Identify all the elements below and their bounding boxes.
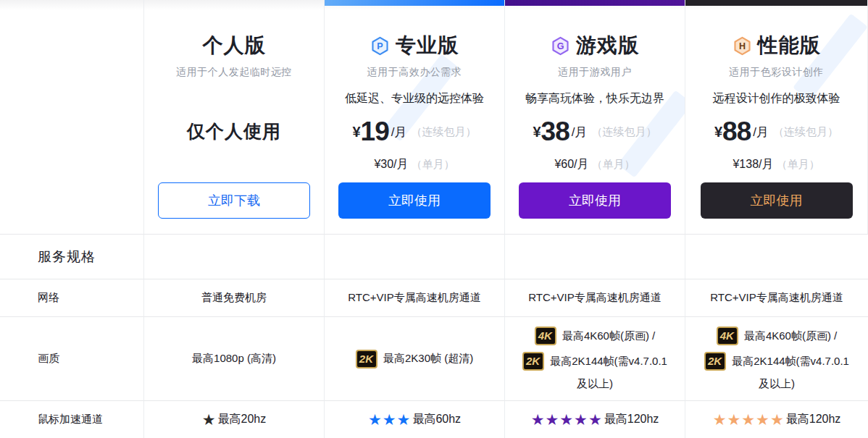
quality-cell-performance: 4K 最高4K60帧(原画) / 2K 最高2K144帧(需v4.7.0.1 及… bbox=[685, 316, 868, 400]
mouse-cell-game: ★★★★★ 最高120hz bbox=[505, 400, 685, 438]
star-rating-icon: ★★★★★ bbox=[713, 412, 785, 427]
price-note: （连续包月） bbox=[412, 125, 477, 139]
plan-alt-price: ¥60/月（单月） bbox=[554, 157, 635, 172]
network-cell-performance: RTC+VIP专属高速机房通道 bbox=[685, 279, 868, 316]
section-title-cell: 服务规格 bbox=[0, 234, 144, 279]
plan-tagline: 远程设计创作的极致体验 bbox=[713, 91, 840, 106]
star-rating-icon: ★ bbox=[202, 412, 217, 427]
pricing-table: 个人版 适用于个人发起临时远控 仅个人使用 立即下载 P 专业版 bbox=[0, 0, 868, 438]
plan-title: 个人版 bbox=[203, 32, 266, 59]
svg-text:P: P bbox=[377, 41, 383, 51]
plan-card-performance: H 性能版 适用于色彩设计创作 远程设计创作的极致体验 ¥88/月（连续包月） … bbox=[685, 0, 868, 234]
plan-price: ¥38/月（连续包月） bbox=[533, 116, 656, 148]
quality-cell-game: 4K 最高4K60帧(原画) / 2K 最高2K144帧(需v4.7.0.1 及… bbox=[505, 316, 685, 400]
price-currency: ¥ bbox=[352, 124, 360, 140]
plan-title: 游戏版 bbox=[576, 32, 639, 59]
section-title: 服务规格 bbox=[38, 248, 96, 266]
plan-price: ¥88/月（连续包月） bbox=[714, 116, 838, 148]
alt-price-note: （单月） bbox=[412, 158, 455, 170]
resolution-badge-2k: 2K bbox=[704, 352, 726, 371]
plan-card-performance-content: H 性能版 适用于色彩设计创作 远程设计创作的极致体验 ¥88/月（连续包月） … bbox=[685, 6, 867, 234]
section-empty-cell bbox=[325, 234, 505, 279]
plan-highlight: 仅个人使用 bbox=[187, 119, 281, 143]
plan-card-personal: 个人版 适用于个人发起临时远控 仅个人使用 立即下载 bbox=[144, 0, 325, 234]
plan-subtitle: 适用于游戏用户 bbox=[558, 66, 632, 79]
quality-cell-personal: 最高1080p (高清) bbox=[144, 316, 325, 400]
resolution-badge-4k: 4K bbox=[535, 327, 556, 345]
quality-cell-professional: 2K 最高2K30帧 (超清) bbox=[325, 316, 505, 400]
price-note: （连续包月） bbox=[773, 125, 838, 139]
star-rating-icon: ★★★ bbox=[368, 412, 411, 427]
professional-badge-icon: P bbox=[370, 36, 390, 56]
plan-title: 性能版 bbox=[758, 32, 821, 59]
alt-price-text: ¥60/月 bbox=[554, 158, 588, 170]
plan-accent-bar bbox=[505, 0, 685, 6]
header-label-spacer bbox=[0, 0, 144, 234]
alt-price-note: （单月） bbox=[592, 158, 635, 170]
price-amount: 19 bbox=[361, 117, 389, 147]
plan-accent-bar bbox=[685, 0, 867, 6]
use-now-button[interactable]: 立即使用 bbox=[519, 182, 671, 219]
plan-card-game: G 游戏版 适用于游戏用户 畅享高玩体验，快乐无边界 ¥38/月（连续包月） ¥… bbox=[505, 0, 685, 234]
plan-alt-price: ¥138/月（单月） bbox=[733, 157, 819, 172]
plan-card-game-content: G 游戏版 适用于游戏用户 畅享高玩体验，快乐无边界 ¥38/月（连续包月） ¥… bbox=[505, 6, 685, 234]
price-amount: 38 bbox=[541, 117, 569, 147]
svg-text:G: G bbox=[557, 41, 564, 51]
section-empty-cell bbox=[505, 234, 685, 279]
alt-price-note: （单月） bbox=[777, 158, 820, 170]
plan-title: 专业版 bbox=[396, 32, 459, 59]
network-cell-personal: 普通免费机房 bbox=[144, 279, 325, 316]
game-badge-icon: G bbox=[551, 36, 570, 56]
plan-subtitle: 适用于个人发起临时远控 bbox=[176, 66, 292, 79]
row-label-quality: 画质 bbox=[0, 316, 144, 400]
mouse-cell-professional: ★★★ 最高60hz bbox=[325, 400, 505, 438]
row-label-network: 网络 bbox=[0, 279, 144, 316]
network-cell-game: RTC+VIP专属高速机房通道 bbox=[505, 279, 685, 316]
price-currency: ¥ bbox=[714, 124, 722, 140]
plan-subtitle: 适用于色彩设计创作 bbox=[729, 66, 824, 79]
plan-subtitle: 适用于高效办公需求 bbox=[367, 66, 462, 79]
plan-card-professional-content: P 专业版 适用于高效办公需求 低延迟、专业级的远控体验 ¥19/月（连续包月）… bbox=[325, 6, 504, 234]
price-unit: /月 bbox=[572, 124, 588, 140]
resolution-badge-4k: 4K bbox=[717, 327, 738, 345]
download-button[interactable]: 立即下载 bbox=[158, 182, 310, 219]
resolution-badge-2k: 2K bbox=[522, 352, 544, 371]
resolution-badge-2k: 2K bbox=[356, 350, 377, 368]
plan-tagline: 低延迟、专业级的远控体验 bbox=[345, 91, 484, 106]
plan-card-professional: P 专业版 适用于高效办公需求 低延迟、专业级的远控体验 ¥19/月（连续包月）… bbox=[325, 0, 505, 234]
pricing-page: 个人版 适用于个人发起临时远控 仅个人使用 立即下载 P 专业版 bbox=[0, 0, 868, 438]
plan-card-personal-content: 个人版 适用于个人发起临时远控 仅个人使用 立即下载 bbox=[144, 6, 324, 234]
plan-alt-price: ¥30/月（单月） bbox=[374, 157, 454, 172]
network-cell-professional: RTC+VIP专属高速机房通道 bbox=[325, 279, 505, 316]
row-label-mouse: 鼠标加速通道 bbox=[0, 400, 144, 438]
svg-text:H: H bbox=[738, 41, 745, 51]
alt-price-text: ¥138/月 bbox=[733, 158, 773, 170]
section-empty-cell bbox=[144, 234, 325, 279]
price-currency: ¥ bbox=[533, 124, 541, 140]
plan-price: ¥19/月（连续包月） bbox=[352, 116, 476, 148]
price-amount: 88 bbox=[722, 117, 751, 147]
section-empty-cell bbox=[685, 234, 868, 279]
mouse-cell-personal: ★ 最高20hz bbox=[144, 400, 325, 438]
performance-badge-icon: H bbox=[733, 36, 752, 56]
use-now-button[interactable]: 立即使用 bbox=[338, 182, 491, 219]
alt-price-text: ¥30/月 bbox=[374, 158, 408, 170]
use-now-button[interactable]: 立即使用 bbox=[701, 182, 853, 219]
star-rating-icon: ★★★★★ bbox=[531, 412, 603, 427]
mouse-cell-performance: ★★★★★ 最高120hz bbox=[685, 400, 868, 438]
price-unit: /月 bbox=[391, 124, 407, 140]
plan-accent-bar bbox=[325, 0, 504, 6]
price-note: （连续包月） bbox=[592, 125, 657, 139]
price-unit: /月 bbox=[753, 124, 769, 140]
plan-tagline: 畅享高玩体验，快乐无边界 bbox=[525, 91, 664, 106]
